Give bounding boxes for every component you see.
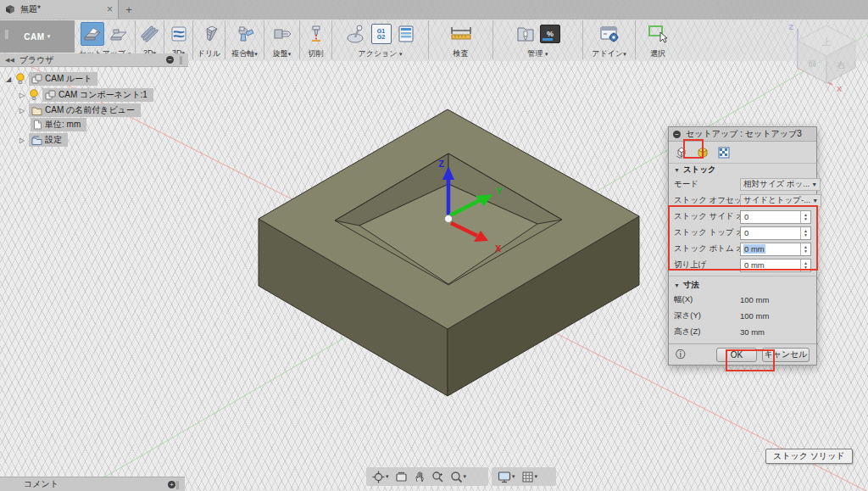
3d-milling-icon[interactable] xyxy=(169,24,189,44)
comments-panel-header[interactable]: コメント + ∥ xyxy=(0,477,185,491)
visibility-bulb-icon[interactable] xyxy=(29,89,39,101)
new-setup-button[interactable] xyxy=(81,22,104,46)
multiaxis-icon[interactable] xyxy=(235,24,255,44)
drill-icon[interactable] xyxy=(199,24,220,44)
stock-offset-mode-label: ストック オフセット... xyxy=(674,195,740,206)
panel-minimize-icon[interactable]: − xyxy=(166,56,174,64)
visibility-bulb-icon[interactable] xyxy=(15,73,25,85)
ribbon-group-inspect: 検査 xyxy=(429,20,493,59)
tree-item-chip[interactable]: CAM コンポーネント:1 xyxy=(42,88,153,102)
ribbon-group-cutting: 切削 xyxy=(300,20,332,59)
tree-item-chip[interactable]: 単位: mm xyxy=(31,118,86,131)
component-icon xyxy=(31,74,42,84)
document-tab[interactable]: 無題* × xyxy=(0,0,119,19)
document-icon xyxy=(5,4,15,14)
tree-expanded-icon[interactable]: ◢ xyxy=(5,75,12,83)
ribbon-label-multiaxis[interactable]: 複合軸▾ xyxy=(231,48,258,59)
spinner-buttons[interactable]: ▲▼ xyxy=(800,227,810,239)
panel-expand-icon[interactable]: + xyxy=(168,481,175,488)
ribbon-label-select[interactable]: 選択 xyxy=(650,48,665,59)
workspace-switcher-cam[interactable]: ∥ CAM ▾ xyxy=(0,20,75,53)
workspace-label: CAM xyxy=(24,32,44,42)
round-up-input[interactable]: 0 mm ▲▼ xyxy=(740,259,811,272)
cutting-icon[interactable] xyxy=(306,24,326,44)
panel-grip-icon[interactable]: ∥ xyxy=(175,480,180,489)
display-settings-button[interactable]: ▾ xyxy=(498,471,515,483)
post-process-tab-icon[interactable] xyxy=(716,145,732,160)
ribbon-label-turning[interactable]: 旋盤▾ xyxy=(273,48,292,59)
collapse-panel-icon[interactable]: ◀◀ xyxy=(5,57,14,64)
dialog-title-bar[interactable]: − セットアップ : セットアップ3 xyxy=(669,127,816,142)
ribbon-label-addins[interactable]: アドイン▾ xyxy=(592,48,626,59)
ribbon-label-actions[interactable]: アクション ▾ xyxy=(358,48,402,59)
ribbon-label-cutting[interactable]: 切削 xyxy=(309,48,324,59)
stock-section-header[interactable]: ▼ ストック xyxy=(669,164,816,176)
browser-header[interactable]: ◀◀ ブラウザ − ∥ xyxy=(0,53,188,67)
stock-offset-mode-dropdown[interactable]: サイドとトップ-... ▼ xyxy=(740,194,821,207)
2d-milling-icon[interactable] xyxy=(140,24,160,44)
stock-solid-model[interactable] xyxy=(259,109,639,396)
ok-button[interactable]: OK xyxy=(716,348,757,362)
tree-item-named-views[interactable]: ▷ CAM の名前付きビュー xyxy=(19,103,141,117)
setup-folder-icon[interactable] xyxy=(108,24,129,44)
stock-bottom-offset-row: ストック ボトム オ... 0 mm ▲▼ xyxy=(669,241,816,257)
tool-library-icon[interactable] xyxy=(515,24,536,44)
new-tab-button[interactable]: + xyxy=(120,0,138,19)
height-label: 高さ(Z) xyxy=(674,326,740,338)
tree-item-chip[interactable]: 設定 xyxy=(29,133,68,147)
setup-tab-icon[interactable] xyxy=(674,145,689,160)
scripts-addins-icon[interactable] xyxy=(598,24,620,44)
mode-dropdown[interactable]: 相対サイズ ボッ... ▼ xyxy=(740,178,821,191)
orbit-button[interactable]: ▾ xyxy=(372,471,389,483)
dialog-collapse-icon[interactable]: − xyxy=(673,131,681,138)
tree-item-settings[interactable]: ▷ 設定 xyxy=(19,133,68,147)
tree-collapsed-icon[interactable]: ▷ xyxy=(19,137,25,144)
look-at-button[interactable] xyxy=(395,471,408,483)
ribbon-label-manage[interactable]: 管理 ▾ xyxy=(527,48,548,59)
tree-item-chip[interactable]: CAM ルート xyxy=(29,72,97,86)
caret-down-icon: ▾ xyxy=(254,51,258,57)
machining-time-icon[interactable]: % xyxy=(540,25,560,43)
select-icon[interactable] xyxy=(647,24,669,44)
panel-grip-icon[interactable]: ∥ xyxy=(179,55,183,64)
ribbon-label-inspect[interactable]: 検査 xyxy=(453,48,469,59)
tree-collapsed-icon[interactable]: ▷ xyxy=(19,107,25,114)
setup-sheet-icon[interactable] xyxy=(396,24,416,44)
viewcube-right-label: 右 xyxy=(837,60,845,70)
stock-tab-icon[interactable] xyxy=(695,145,710,160)
turning-icon[interactable] xyxy=(272,24,292,44)
depth-label: 深さ(Y) xyxy=(674,310,740,321)
info-icon[interactable]: ⓘ xyxy=(676,348,711,362)
ribbon-label-drill[interactable]: ドリル xyxy=(198,48,221,59)
tree-item-units[interactable]: 単位: mm xyxy=(31,118,86,131)
zoom-window-button[interactable]: ▾ xyxy=(450,471,467,483)
grid-settings-button[interactable]: ▾ xyxy=(521,471,538,483)
cancel-button[interactable]: キャンセル xyxy=(762,348,810,362)
stock-top-offset-input[interactable]: 0 ▲▼ xyxy=(740,226,811,240)
tree-item-chip[interactable]: CAM の名前付きビュー xyxy=(29,103,141,117)
close-tab-icon[interactable]: × xyxy=(107,4,113,14)
caret-down-icon: ▾ xyxy=(47,33,51,40)
setup-dialog: − セットアップ : セットアップ3 ▼ ストック モード 相対サイズ ボッ..… xyxy=(668,126,817,365)
spinner-buttons[interactable]: ▲▼ xyxy=(800,243,810,255)
width-row: 幅(X) 100 mm xyxy=(669,292,816,308)
toolbar-grip-icon: ∥ xyxy=(4,29,9,40)
tree-collapsed-icon[interactable]: ▷ xyxy=(19,92,25,99)
tree-item-label: 設定 xyxy=(45,134,62,146)
tree-item-cam-component[interactable]: ▷ CAM コンポーネント:1 xyxy=(19,88,153,102)
pan-button[interactable] xyxy=(414,471,426,483)
caret-down-icon: ▾ xyxy=(512,473,515,480)
mode-row: モード 相対サイズ ボッ... ▼ xyxy=(669,176,816,192)
zoom-button[interactable] xyxy=(431,471,444,483)
spinner-buttons[interactable]: ▲▼ xyxy=(800,259,810,271)
post-process-icon[interactable] xyxy=(345,24,367,44)
zoom-window-icon xyxy=(450,471,463,483)
g-code-icon[interactable]: G1G2 xyxy=(371,24,392,44)
display-settings-icon xyxy=(498,471,511,483)
stock-bottom-offset-input[interactable]: 0 mm ▲▼ xyxy=(740,243,811,256)
tree-item-cam-root[interactable]: ◢ CAM ルート xyxy=(5,72,97,86)
dimensions-section-header[interactable]: ▼ 寸法 xyxy=(669,279,816,292)
stock-side-offset-input[interactable]: 0 ▲▼ xyxy=(740,210,811,224)
spinner-buttons[interactable]: ▲▼ xyxy=(800,211,810,223)
measure-icon[interactable] xyxy=(448,24,474,44)
